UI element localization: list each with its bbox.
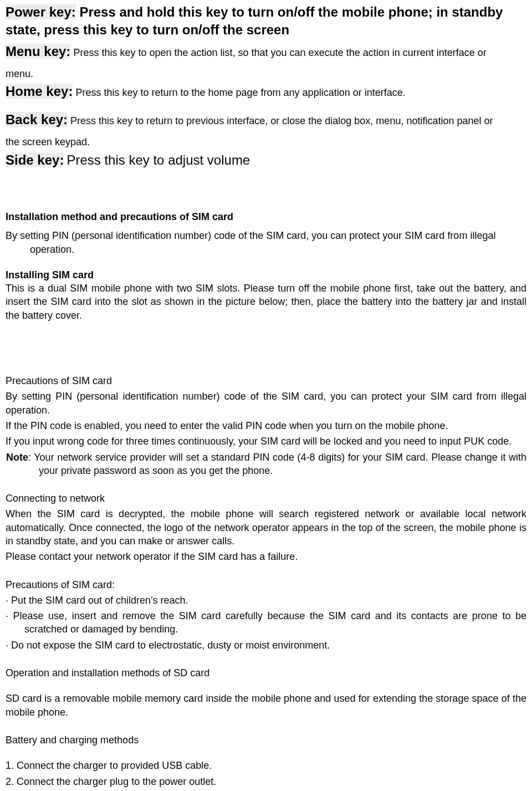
sd-text: SD card is a removable mobile memory car…	[6, 692, 526, 719]
back-key-desc-a: Press this key to return to previous int…	[70, 115, 493, 126]
sim-intro: By setting PIN (personal identification …	[6, 229, 526, 256]
side-key-label: Side key:	[6, 152, 64, 167]
home-key-desc: Press this key to return to the home pag…	[75, 87, 405, 98]
back-key-desc-b: the screen keypad.	[6, 135, 526, 149]
menu-key-desc-a: Press this key to open the action list, …	[73, 47, 486, 58]
side-key-line: Side key: Press this key to adjust volum…	[6, 151, 526, 169]
menu-key-label: Menu key:	[6, 44, 70, 59]
battery-heading: Battery and charging methods	[6, 733, 526, 747]
sim-heading: Installation method and precautions of S…	[6, 210, 526, 223]
sim-prec-p1: By setting PIN (personal identification …	[6, 390, 526, 417]
sim-install-heading: Installing SIM card	[6, 268, 526, 282]
sim-prec-p3: If you input wrong code for three times …	[6, 435, 526, 448]
sim-precautions2-b1: · Put the SIM card out of children's rea…	[6, 594, 526, 607]
sim-precautions2-heading: Precautions of SIM card:	[6, 578, 526, 591]
power-key-label: Power key:	[6, 4, 76, 19]
sim-install-text: This is a dual SIM mobile phone with two…	[6, 282, 526, 322]
note-text: : Your network service provider will set…	[28, 452, 526, 476]
power-key-desc: Press and hold this key to turn on/off t…	[6, 4, 503, 37]
sim-precautions2-b2: · Please use, insert and remove the SIM …	[6, 609, 526, 636]
battery-s1: 1. Connect the charger to provided USB c…	[6, 759, 526, 772]
sim-precautions2-b3: · Do not expose the SIM card to electros…	[6, 639, 526, 652]
sd-heading: Operation and installation methods of SD…	[6, 666, 526, 680]
back-key-line: Back key: Press this key to return to pr…	[6, 111, 526, 129]
network-p2: Please contact your network operator if …	[6, 550, 526, 563]
side-key-desc: Press this key to adjust volume	[66, 152, 250, 167]
home-key-line: Home key: Press this key to return to th…	[6, 83, 526, 100]
power-key-line: Power key: Press and hold this key to tu…	[6, 3, 526, 39]
battery-s2: 2. Connect the charger plug to the power…	[6, 775, 526, 788]
note-label: Note	[6, 452, 28, 463]
sim-prec-p2: If the PIN code is enabled, you need to …	[6, 419, 526, 432]
sim-precautions-heading: Precautions of SIM card	[6, 374, 526, 387]
home-key-label: Home key:	[6, 84, 73, 99]
network-heading: Connecting to network	[6, 492, 526, 505]
sim-note: △Note: Your network service provider wil…	[6, 451, 526, 478]
network-p1: When the SIM card is decrypted, the mobi…	[6, 507, 526, 548]
menu-key-desc-b: menu.	[6, 67, 526, 80]
back-key-label: Back key:	[6, 112, 68, 127]
menu-key-line: Menu key: Press this key to open the act…	[6, 43, 526, 60]
